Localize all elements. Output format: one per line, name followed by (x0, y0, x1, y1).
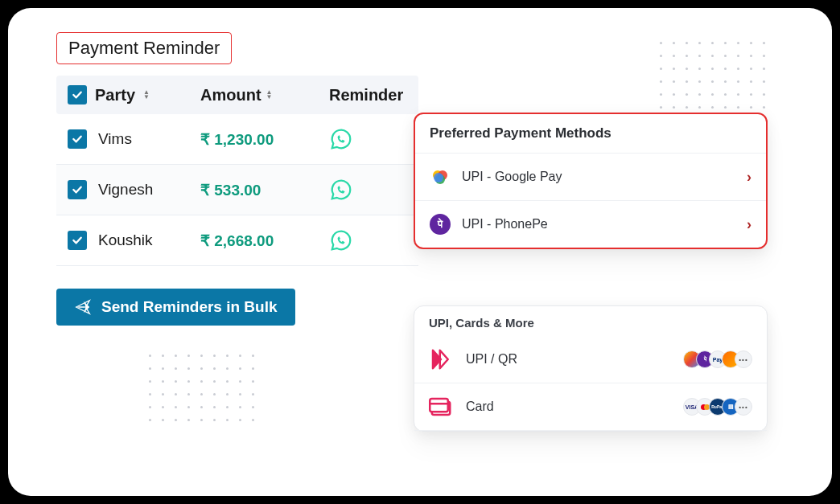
row-checkbox[interactable] (68, 180, 87, 199)
row-checkbox[interactable] (68, 129, 87, 149)
col-amount-label: Amount (200, 86, 261, 104)
provider-icons: पे Pay ••• (688, 350, 752, 368)
table-header: Party ▲▼ Amount ▲▼ Reminder (56, 76, 418, 114)
amount-value: ₹ 2,668.00 (200, 232, 274, 249)
chevron-right-icon: › (747, 169, 751, 186)
svg-rect-5 (430, 399, 448, 412)
sort-icon[interactable]: ▲▼ (266, 90, 273, 100)
more-title: UPI, Cards & More (414, 306, 767, 336)
send-bulk-button[interactable]: Send Reminders in Bulk (56, 289, 295, 326)
party-name: Koushik (98, 232, 153, 249)
payment-method-label: UPI / QR (466, 352, 688, 367)
payment-method-phonepe[interactable]: पे UPI - PhonePe › (415, 201, 766, 248)
payment-method-label: Card (466, 400, 688, 414)
payment-method-card[interactable]: Card VISA RuPay ▤ ••• (414, 383, 767, 431)
party-name: Vignesh (98, 181, 153, 199)
page-title: Payment Reminder (68, 38, 220, 59)
upi-qr-icon (429, 347, 453, 371)
row-checkbox[interactable] (68, 231, 87, 250)
decorative-dots (660, 42, 768, 111)
more-payment-card: UPI, Cards & More UPI / QR पे Pay ••• Ca… (414, 305, 768, 432)
amount-value: ₹ 533.00 (200, 182, 261, 199)
payment-method-label: UPI - Google Pay (462, 170, 747, 184)
whatsapp-icon[interactable] (329, 127, 353, 151)
preferred-payment-card: Preferred Payment Methods UPI - Google P… (414, 113, 768, 249)
whatsapp-icon[interactable] (329, 228, 353, 252)
amount-value: ₹ 1,230.00 (200, 131, 274, 148)
whatsapp-icon[interactable] (329, 178, 353, 202)
party-name: Vims (98, 130, 132, 148)
phonepe-icon: पे (430, 214, 451, 235)
card-icon (429, 395, 453, 419)
send-icon (74, 298, 92, 316)
svg-point-3 (434, 173, 443, 182)
send-bulk-label: Send Reminders in Bulk (101, 298, 278, 316)
decorative-dots (149, 354, 257, 424)
reminder-table: Party ▲▼ Amount ▲▼ Reminder Vims ₹ 1,230… (56, 76, 418, 266)
provider-icons: VISA RuPay ▤ ••• (688, 398, 752, 416)
col-party-label: Party (95, 86, 135, 104)
sort-icon[interactable]: ▲▼ (143, 90, 150, 100)
table-row: Vims ₹ 1,230.00 (56, 114, 418, 165)
col-reminder-label: Reminder (329, 86, 403, 104)
select-all-checkbox[interactable] (68, 85, 87, 104)
preferred-title: Preferred Payment Methods (415, 114, 766, 154)
gpay-icon (430, 166, 451, 187)
table-row: Koushik ₹ 2,668.00 (56, 215, 418, 266)
payment-method-label: UPI - PhonePe (462, 217, 747, 232)
page-title-box: Payment Reminder (56, 32, 232, 64)
payment-method-upi[interactable]: UPI / QR पे Pay ••• (414, 336, 767, 383)
payment-method-gpay[interactable]: UPI - Google Pay › (415, 154, 766, 201)
chevron-right-icon: › (747, 216, 751, 233)
table-row: Vignesh ₹ 533.00 (56, 165, 418, 215)
